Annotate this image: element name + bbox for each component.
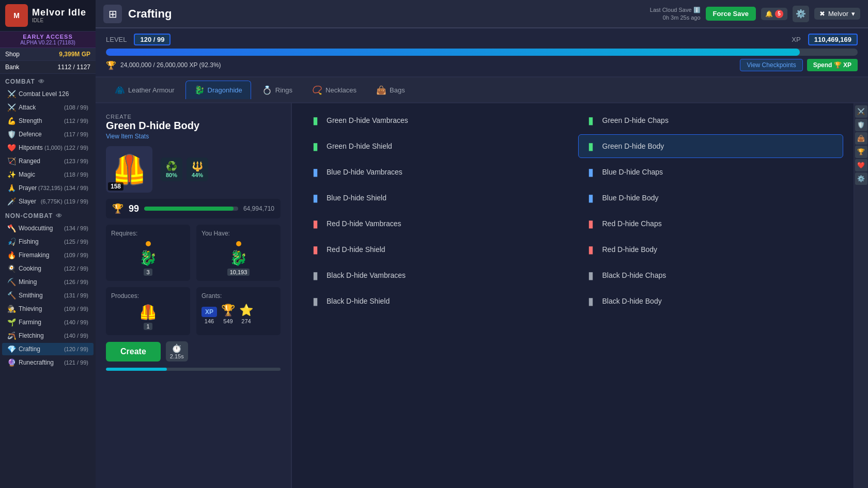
crafting-label: Crafting bbox=[19, 345, 40, 353]
bank-row[interactable]: Bank 1112 / 1127 bbox=[0, 61, 96, 74]
list-item-black-chaps[interactable]: ▮ Black D-hide Chaps bbox=[578, 263, 844, 287]
non-combat-visibility-icon[interactable]: 👁 bbox=[56, 212, 63, 219]
shop-row[interactable]: Shop 9,399M GP bbox=[0, 48, 96, 61]
xp-progress-value: 24,000,000 / 26,000,000 XP (92.3%) bbox=[120, 61, 221, 69]
cloud-save-info: Last Cloud Save ℹ️ 0h 3m 25s ago bbox=[650, 6, 701, 21]
sidebar-item-magic[interactable]: ✨ Magic (118 / 99) bbox=[2, 168, 94, 181]
quick-btn-4[interactable]: 🏆 bbox=[855, 146, 867, 158]
sidebar-item-hitpoints[interactable]: ❤️ Hitpoints (1,000) (122 / 99) bbox=[2, 141, 94, 154]
quick-btn-2[interactable]: 🛡️ bbox=[855, 119, 867, 131]
create-button[interactable]: Create bbox=[106, 342, 161, 361]
list-item-red-chaps[interactable]: ▮ Red D-hide Chaps bbox=[578, 212, 844, 235]
quick-btn-6[interactable]: ⚙️ bbox=[855, 172, 867, 185]
view-item-stats-link[interactable]: View Item Stats bbox=[106, 133, 281, 140]
quantity-row: 🏆 99 64,994,710 bbox=[106, 199, 281, 218]
quick-btn-1[interactable]: ⚔️ bbox=[855, 105, 867, 118]
sidebar-item-woodcutting[interactable]: 🪓 Woodcutting (134 / 99) bbox=[2, 222, 94, 234]
sidebar-item-runecrafting[interactable]: 🔮 Runecrafting (121 / 99) bbox=[2, 356, 94, 369]
sidebar-item-mining[interactable]: ⛏️ Mining (126 / 99) bbox=[2, 276, 94, 288]
produces-item: 🦺 1 bbox=[111, 304, 185, 330]
qty-num: 99 bbox=[129, 203, 139, 214]
tab-necklaces[interactable]: 📿 Necklaces bbox=[303, 81, 365, 99]
sidebar-item-attack[interactable]: ⚔️ Attack (108 / 99) bbox=[2, 101, 94, 114]
req-row: Requires: 🐉 3 You Have: 🐉 10,193 bbox=[106, 225, 281, 281]
green-body-icon: ▮ bbox=[585, 140, 597, 152]
tab-rings[interactable]: 💍 Rings bbox=[253, 81, 301, 99]
create-panel-top: CREATE Green D-hide Body View Item Stats bbox=[106, 114, 281, 140]
version-label: ALPHA V0.22.1 (71183) bbox=[0, 40, 96, 45]
cooking-icon: 🍳 bbox=[7, 264, 16, 273]
early-access-banner: EARLY ACCESS ALPHA V0.22.1 (71183) bbox=[0, 32, 96, 48]
list-item-red-body[interactable]: ▮ Red D-hide Body bbox=[578, 238, 844, 261]
xp-actions: View Checkpoints Spend 🏆 XP bbox=[740, 59, 858, 71]
list-item-red-shield[interactable]: ▮ Red D-hide Shield bbox=[302, 238, 568, 261]
sidebar-item-fletching[interactable]: 🪃 Fletching (140 / 99) bbox=[2, 329, 94, 342]
xp-progress-bar bbox=[106, 49, 858, 56]
sidebar-item-cooking[interactable]: 🍳 Cooking (122 / 99) bbox=[2, 262, 94, 275]
sidebar-item-combat-level: ⚔️ Combat Level 126 bbox=[2, 88, 94, 100]
spend-xp-button[interactable]: Spend 🏆 XP bbox=[807, 59, 858, 71]
force-save-button[interactable]: Force Save bbox=[706, 7, 756, 21]
sidebar-item-ranged[interactable]: 🏹 Ranged (123 / 99) bbox=[2, 155, 94, 167]
red-shield-icon: ▮ bbox=[309, 243, 321, 256]
have-dot bbox=[236, 241, 241, 246]
grant-trophy-item: 🏆 549 bbox=[221, 304, 235, 324]
list-item-black-shield[interactable]: ▮ Black D-hide Shield bbox=[302, 289, 568, 313]
sidebar-item-defence[interactable]: 🛡️ Defence (117 / 99) bbox=[2, 128, 94, 140]
combat-visibility-icon[interactable]: 👁 bbox=[38, 78, 45, 85]
sidebar-item-prayer[interactable]: 🙏 Prayer (732,195) (134 / 99) bbox=[2, 182, 94, 194]
list-item-green-shield[interactable]: ▮ Green D-hide Shield bbox=[302, 134, 568, 158]
list-item-blue-body[interactable]: ▮ Blue D-hide Body bbox=[578, 186, 844, 210]
list-item-blue-shield[interactable]: ▮ Blue D-hide Shield bbox=[302, 186, 568, 210]
rings-tab-icon: 💍 bbox=[262, 85, 272, 95]
crafting-icon: 💎 bbox=[7, 345, 16, 353]
sidebar-item-slayer[interactable]: 🗡️ Slayer (6,775K) (119 / 99) bbox=[2, 195, 94, 208]
list-item-red-vambraces[interactable]: ▮ Red D-hide Vambraces bbox=[302, 212, 568, 235]
chevron-down-icon: ▾ bbox=[851, 10, 855, 18]
grant-xp-count: 146 bbox=[205, 318, 214, 324]
sidebar-item-strength[interactable]: 💪 Strength (112 / 99) bbox=[2, 115, 94, 127]
list-item-blue-vambraces[interactable]: ▮ Blue D-hide Vambraces bbox=[302, 160, 568, 184]
ranged-label: Ranged bbox=[19, 158, 40, 165]
attack-icon: ⚔️ bbox=[7, 103, 16, 112]
xp-progress-text: 🏆 24,000,000 / 26,000,000 XP (92.3%) bbox=[106, 60, 221, 70]
list-item-black-body[interactable]: ▮ Black D-hide Body bbox=[578, 289, 844, 313]
create-progress-fill bbox=[106, 368, 167, 371]
create-panel: CREATE Green D-hide Body View Item Stats… bbox=[96, 103, 292, 488]
requires-box: Requires: 🐉 3 bbox=[106, 225, 190, 281]
green-vambraces-name: Green D-hide Vambraces bbox=[327, 116, 408, 124]
list-item-green-vambraces[interactable]: ▮ Green D-hide Vambraces bbox=[302, 108, 568, 132]
quick-btn-5[interactable]: ❤️ bbox=[855, 159, 867, 171]
list-item-blue-chaps[interactable]: ▮ Blue D-hide Chaps bbox=[578, 160, 844, 184]
settings-button[interactable]: ⚙️ bbox=[793, 6, 809, 22]
combat-label: COMBAT bbox=[5, 78, 35, 85]
list-item-green-chaps[interactable]: ▮ Green D-hide Chaps bbox=[578, 108, 844, 132]
notifications-button[interactable]: 🔔 5 bbox=[761, 8, 787, 20]
view-checkpoints-button[interactable]: View Checkpoints bbox=[740, 59, 802, 71]
attack-level: (108 / 99) bbox=[64, 104, 88, 111]
user-menu-button[interactable]: ✖ Melvor ▾ bbox=[814, 8, 860, 20]
tab-dragonhide[interactable]: 🐉 Dragonhide bbox=[185, 81, 251, 99]
produces-label: Produces: bbox=[111, 292, 185, 300]
cloud-save-label: Last Cloud Save ℹ️ bbox=[650, 6, 701, 13]
tab-bags[interactable]: 👜 Bags bbox=[367, 81, 414, 99]
sidebar-item-fishing[interactable]: 🎣 Fishing (125 / 99) bbox=[2, 235, 94, 248]
sidebar-item-farming[interactable]: 🌱 Farming (140 / 99) bbox=[2, 316, 94, 328]
requires-label: Requires: bbox=[111, 230, 185, 237]
grant-xp-badge: XP bbox=[202, 307, 217, 317]
have-item-count: 10,193 bbox=[227, 269, 250, 276]
bags-tab-label: Bags bbox=[390, 86, 405, 94]
quick-btn-3[interactable]: 👜 bbox=[855, 132, 867, 145]
sidebar-item-thieving[interactable]: 🕵️ Thieving (109 / 99) bbox=[2, 303, 94, 315]
shop-label: Shop bbox=[5, 51, 20, 58]
notifications-badge: 5 bbox=[775, 10, 783, 18]
green-shield-name: Green D-hide Shield bbox=[327, 142, 392, 150]
black-vambraces-name: Black D-hide Vambraces bbox=[327, 271, 406, 279]
list-item-green-body[interactable]: ▮ Green D-hide Body bbox=[578, 134, 844, 158]
sidebar-item-firemaking[interactable]: 🔥 Firemaking (109 / 99) bbox=[2, 249, 94, 261]
create-btn-row: Create ⏱️ 2.15s bbox=[106, 341, 281, 361]
sidebar-item-smithing[interactable]: 🔨 Smithing (131 / 99) bbox=[2, 289, 94, 302]
tab-leather-armour[interactable]: 🧥 Leather Armour bbox=[106, 81, 183, 99]
sidebar-item-crafting[interactable]: 💎 Crafting (120 / 99) bbox=[2, 343, 94, 355]
list-item-black-vambraces[interactable]: ▮ Black D-hide Vambraces bbox=[302, 263, 568, 287]
